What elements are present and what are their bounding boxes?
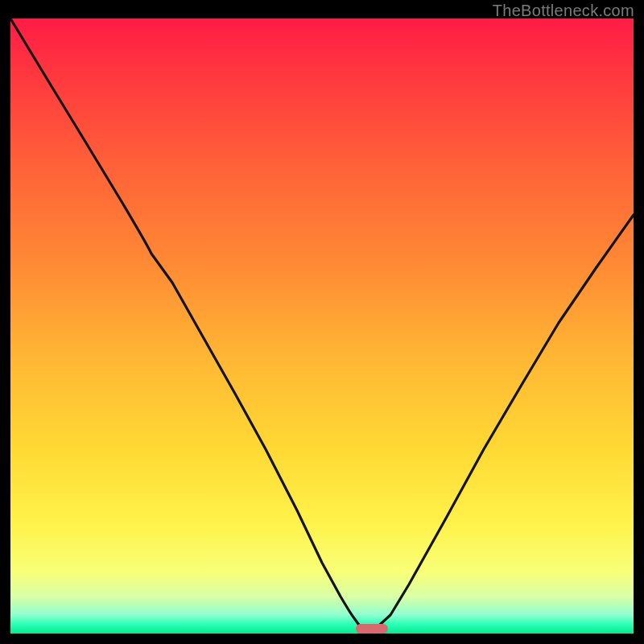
bottleneck-curve [10, 19, 634, 634]
chart-frame: TheBottleneck.com [0, 0, 644, 644]
chart-plot-area [10, 19, 634, 634]
bottleneck-marker [356, 624, 388, 634]
watermark-text: TheBottleneck.com [493, 2, 634, 20]
